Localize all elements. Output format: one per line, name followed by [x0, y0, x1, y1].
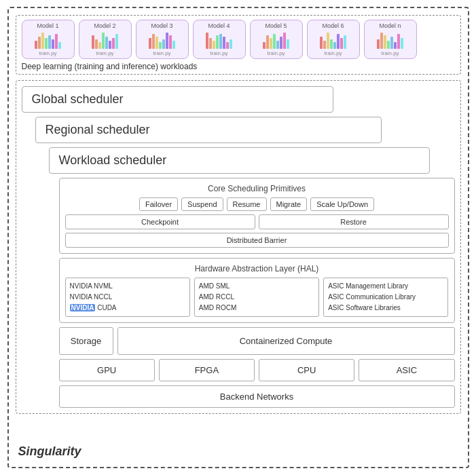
model-card-1: Model 1train.py: [22, 20, 75, 59]
storage-box: Storage: [59, 327, 113, 355]
checkpoint-restore-row: Checkpoint Restore: [65, 214, 449, 229]
bar-3-4: [159, 42, 162, 49]
hw-box-gpu: GPU: [59, 359, 155, 381]
compute-box: Containerized Compute: [117, 327, 455, 355]
system-section: Global scheduler Regional scheduler Work…: [16, 80, 461, 414]
checkpoint-box: Checkpoint: [65, 214, 255, 229]
nvidia-lib-1: NVIDIA NVML: [70, 281, 185, 292]
model-title-5: Model 5: [265, 22, 287, 29]
bar-4-7: [226, 42, 229, 49]
model-title-6: Model 6: [322, 22, 344, 29]
bar-5-2: [266, 35, 269, 49]
primitive-btn-suspend[interactable]: Suspend: [181, 197, 223, 211]
workloads-section: Model 1train.pyModel 2train.pyModel 3tra…: [16, 15, 461, 75]
amd-lib-2: AMD RCCL: [199, 292, 314, 303]
hw-box-asic: ASIC: [359, 359, 454, 381]
model-bars-1: [35, 31, 61, 49]
bar-3-3: [155, 37, 158, 49]
bar-3-5: [162, 39, 165, 49]
bar-2-8: [115, 34, 118, 49]
bar-4-5: [219, 34, 222, 49]
model-bars-3: [149, 31, 175, 49]
bar-3-7: [169, 35, 172, 49]
nvidia-col: NVIDIA NVMLNVIDIA NCCLNVIDIA CUDA: [65, 278, 190, 317]
bar-1-8: [58, 42, 61, 49]
bar-5-1: [263, 42, 266, 49]
bar-2-2: [95, 39, 98, 49]
model-bars-6: [320, 31, 346, 49]
bar-6-3: [327, 33, 329, 49]
bar-7-5: [390, 37, 393, 49]
hal-libraries: NVIDIA NVMLNVIDIA NCCLNVIDIA CUDA AMD SM…: [65, 278, 449, 317]
bar-5-5: [276, 41, 279, 49]
amd-col: AMD SMLAMD RCCLAMD ROCM: [194, 278, 319, 317]
asic-col: ASIC Management LibraryASIC Communicatio…: [323, 278, 448, 317]
bar-7-3: [384, 35, 386, 49]
storage-compute-row: Storage Containerized Compute: [59, 327, 455, 355]
bar-2-1: [92, 35, 94, 49]
bar-6-5: [333, 42, 336, 49]
model-card-4: Model 4train.py: [193, 20, 246, 59]
singularity-label: Singularity: [18, 444, 81, 459]
bar-7-4: [387, 41, 390, 49]
regional-scheduler: Regional scheduler: [35, 117, 382, 143]
model-title-1: Model 1: [37, 22, 58, 29]
core-primitives-box: Core Scheduling Primitives FailoverSuspe…: [59, 178, 455, 254]
hal-section: Hardware Abstraction Layer (HAL) NVIDIA …: [59, 258, 455, 323]
main-container: Model 1train.pyModel 2train.pyModel 3tra…: [7, 7, 469, 468]
backend-row: Backend Networks: [59, 385, 455, 408]
bar-4-2: [209, 38, 212, 49]
bar-6-1: [320, 37, 323, 49]
model-card-3: Model 3train.py: [136, 20, 189, 59]
model-bars-7: [377, 31, 403, 49]
bar-6-6: [337, 34, 340, 49]
asic-lib-3: ASIC Software Libraries: [328, 303, 443, 314]
bar-4-4: [216, 35, 219, 49]
asic-lib-2: ASIC Communication Library: [328, 292, 443, 303]
bar-7-1: [377, 39, 380, 49]
bar-2-4: [102, 33, 105, 49]
bar-6-2: [323, 41, 326, 49]
hw-box-fpga: FPGA: [159, 359, 255, 381]
bar-2-5: [105, 37, 108, 49]
amd-lib-3: AMD ROCM: [199, 303, 314, 314]
primitive-btn-scale-up/down[interactable]: Scale Up/Down: [310, 197, 374, 211]
model-title-7: Model n: [379, 22, 401, 29]
bar-3-2: [152, 34, 155, 49]
bar-7-8: [401, 38, 403, 49]
primitives-row: FailoverSuspendResumeMigrateScale Up/Dow…: [65, 197, 449, 211]
bar-2-7: [112, 38, 115, 49]
model-filename-3: train.py: [153, 50, 170, 56]
model-card-5: Model 5train.py: [250, 20, 303, 59]
primitive-btn-resume[interactable]: Resume: [227, 197, 267, 211]
hardware-row: GPUFPGACPUASIC: [59, 359, 455, 381]
model-title-2: Model 2: [94, 22, 115, 29]
bar-1-6: [52, 39, 54, 49]
bar-1-5: [48, 35, 51, 49]
model-filename-7: train.py: [381, 50, 399, 56]
primitive-btn-migrate[interactable]: Migrate: [270, 197, 308, 211]
bar-5-7: [283, 33, 286, 49]
primitive-btn-failover[interactable]: Failover: [139, 197, 178, 211]
bar-6-7: [340, 38, 343, 49]
bar-5-8: [287, 39, 289, 49]
bar-4-6: [223, 37, 225, 49]
bar-3-8: [172, 41, 175, 49]
bar-5-6: [280, 37, 282, 49]
bar-6-8: [344, 35, 346, 49]
model-bars-2: [92, 31, 118, 49]
distributed-barrier: Distributed Barrier: [65, 233, 449, 248]
model-filename-5: train.py: [267, 50, 285, 56]
global-scheduler: Global scheduler: [22, 86, 333, 113]
model-card-6: Model 6train.py: [307, 20, 360, 59]
bar-7-6: [394, 42, 397, 49]
bar-1-1: [35, 41, 37, 49]
model-card-7: Model ntrain.py: [364, 20, 417, 59]
model-card-2: Model 2train.py: [79, 20, 132, 59]
amd-lib-1: AMD SML: [199, 281, 314, 292]
bar-4-3: [213, 41, 215, 49]
core-primitives-title: Core Scheduling Primitives: [65, 184, 449, 193]
workloads-label: Deep learning (training and inference) w…: [22, 62, 455, 71]
model-bars-4: [206, 31, 232, 49]
bar-5-3: [270, 38, 272, 49]
